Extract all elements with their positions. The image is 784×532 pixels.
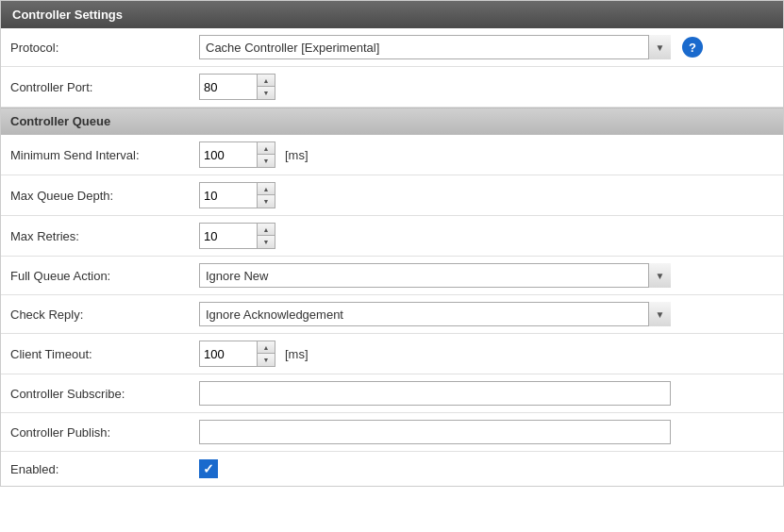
full-queue-action-label: Full Queue Action: <box>10 269 199 283</box>
up-arrow-icon: ▲ <box>263 77 270 84</box>
port-input[interactable] <box>200 75 257 99</box>
client-timeout-label: Client Timeout: <box>10 347 199 361</box>
max-queue-depth-spinner: ▲ ▼ <box>199 182 275 208</box>
max-queue-depth-increment[interactable]: ▲ <box>258 183 275 195</box>
check-reply-row: Check Reply: Ignore Acknowledgement Requ… <box>1 295 783 334</box>
min-send-interval-decrement[interactable]: ▼ <box>258 155 275 167</box>
check-reply-label: Check Reply: <box>10 308 199 322</box>
controller-publish-row: Controller Publish: <box>1 413 783 452</box>
client-timeout-control: ▲ ▼ [ms] <box>199 341 309 367</box>
min-send-interval-buttons: ▲ ▼ <box>257 142 275 167</box>
port-spinner-buttons: ▲ ▼ <box>257 75 275 99</box>
check-reply-control: Ignore Acknowledgement Require Acknowled… <box>199 302 671 326</box>
down-arrow-icon: ▼ <box>263 198 270 205</box>
down-arrow-icon: ▼ <box>263 357 270 363</box>
down-arrow-icon: ▼ <box>263 90 270 96</box>
panel-title: Controller Settings <box>1 1 783 28</box>
client-timeout-unit: [ms] <box>285 347 309 361</box>
check-reply-select[interactable]: Ignore Acknowledgement Require Acknowled… <box>199 302 671 326</box>
controller-port-row: Controller Port: ▲ ▼ <box>1 67 783 108</box>
up-arrow-icon: ▲ <box>263 226 270 233</box>
max-retries-buttons: ▲ ▼ <box>257 224 275 248</box>
max-retries-increment[interactable]: ▲ <box>258 224 275 236</box>
port-increment-button[interactable]: ▲ <box>258 75 275 87</box>
protocol-label: Protocol: <box>10 41 199 55</box>
max-queue-depth-buttons: ▲ ▼ <box>257 183 275 208</box>
max-queue-depth-input[interactable] <box>200 183 257 208</box>
max-queue-depth-label: Max Queue Depth: <box>10 189 199 203</box>
controller-subscribe-input[interactable] <box>199 381 671 406</box>
enabled-row: Enabled: ✓ <box>1 452 783 486</box>
client-timeout-buttons: ▲ ▼ <box>257 341 275 366</box>
panel-body: Protocol: Cache Controller [Experimental… <box>1 28 783 486</box>
panel-title-text: Controller Settings <box>12 8 123 22</box>
max-retries-row: Max Retries: ▲ ▼ <box>1 216 783 257</box>
controller-port-control: ▲ ▼ <box>199 74 275 100</box>
client-timeout-input[interactable] <box>200 341 257 366</box>
controller-subscribe-label: Controller Subscribe: <box>10 387 199 401</box>
min-send-interval-row: Minimum Send Interval: ▲ ▼ [ms] <box>1 135 783 175</box>
min-send-interval-spinner: ▲ ▼ <box>199 141 275 168</box>
enabled-control: ✓ <box>199 459 218 478</box>
controller-publish-label: Controller Publish: <box>10 425 199 440</box>
down-arrow-icon: ▼ <box>263 158 270 164</box>
min-send-interval-input[interactable] <box>200 142 257 167</box>
protocol-control: Cache Controller [Experimental] ▼ ? <box>199 35 703 59</box>
max-retries-spinner: ▲ ▼ <box>199 223 275 249</box>
port-spinner: ▲ ▼ <box>199 74 275 100</box>
full-queue-action-control: Ignore New Drop Oldest Block ▼ <box>199 263 671 288</box>
min-send-interval-unit: [ms] <box>285 148 309 162</box>
up-arrow-icon: ▲ <box>263 145 270 152</box>
controller-port-label: Controller Port: <box>10 80 199 94</box>
port-decrement-button[interactable]: ▼ <box>258 87 275 99</box>
max-queue-depth-row: Max Queue Depth: ▲ ▼ <box>1 175 783 216</box>
check-reply-select-wrap: Ignore Acknowledgement Require Acknowled… <box>199 302 671 326</box>
full-queue-action-select-wrap: Ignore New Drop Oldest Block ▼ <box>199 263 671 288</box>
client-timeout-increment[interactable]: ▲ <box>258 341 275 354</box>
controller-publish-control <box>199 420 671 444</box>
controller-queue-title: Controller Queue <box>10 114 110 128</box>
min-send-interval-increment[interactable]: ▲ <box>258 142 275 155</box>
protocol-help-icon[interactable]: ? <box>682 37 703 58</box>
full-queue-action-row: Full Queue Action: Ignore New Drop Oldes… <box>1 257 783 295</box>
max-retries-control: ▲ ▼ <box>199 223 275 249</box>
protocol-select[interactable]: Cache Controller [Experimental] <box>199 35 671 59</box>
min-send-interval-control: ▲ ▼ [ms] <box>199 141 309 168</box>
max-queue-depth-decrement[interactable]: ▼ <box>258 195 275 208</box>
controller-settings-panel: Controller Settings Protocol: Cache Cont… <box>0 0 784 487</box>
down-arrow-icon: ▼ <box>263 239 270 245</box>
full-queue-action-select[interactable]: Ignore New Drop Oldest Block <box>199 263 671 288</box>
max-queue-depth-control: ▲ ▼ <box>199 182 275 208</box>
controller-subscribe-row: Controller Subscribe: <box>1 374 783 413</box>
protocol-select-wrap: Cache Controller [Experimental] ▼ <box>199 35 671 59</box>
max-retries-input[interactable] <box>200 224 257 248</box>
max-retries-decrement[interactable]: ▼ <box>258 236 275 248</box>
protocol-row: Protocol: Cache Controller [Experimental… <box>1 28 783 67</box>
up-arrow-icon: ▲ <box>263 186 270 192</box>
client-timeout-spinner: ▲ ▼ <box>199 341 275 367</box>
min-send-interval-label: Minimum Send Interval: <box>10 148 199 162</box>
controller-subscribe-control <box>199 381 671 406</box>
enabled-checkbox[interactable]: ✓ <box>199 459 218 478</box>
client-timeout-decrement[interactable]: ▼ <box>258 354 275 366</box>
client-timeout-row: Client Timeout: ▲ ▼ [ms] <box>1 334 783 374</box>
max-retries-label: Max Retries: <box>10 229 199 243</box>
up-arrow-icon: ▲ <box>263 344 270 351</box>
controller-publish-input[interactable] <box>199 420 671 444</box>
check-icon: ✓ <box>203 462 214 475</box>
controller-queue-section: Controller Queue <box>1 108 783 135</box>
enabled-label: Enabled: <box>10 462 199 476</box>
